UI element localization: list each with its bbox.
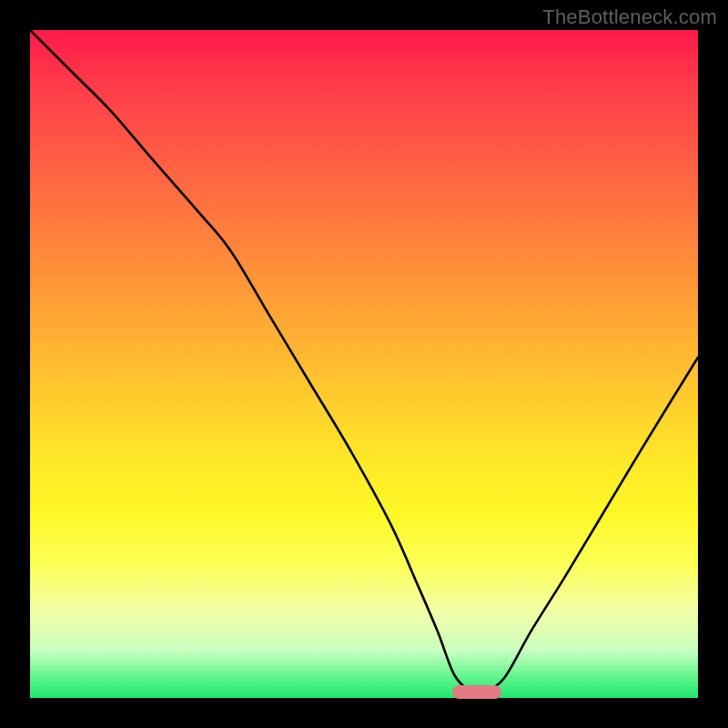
optimum-marker bbox=[452, 685, 501, 699]
chart-frame: TheBottleneck.com bbox=[0, 0, 728, 728]
watermark-text: TheBottleneck.com bbox=[542, 5, 717, 29]
plot-area bbox=[30, 30, 698, 698]
